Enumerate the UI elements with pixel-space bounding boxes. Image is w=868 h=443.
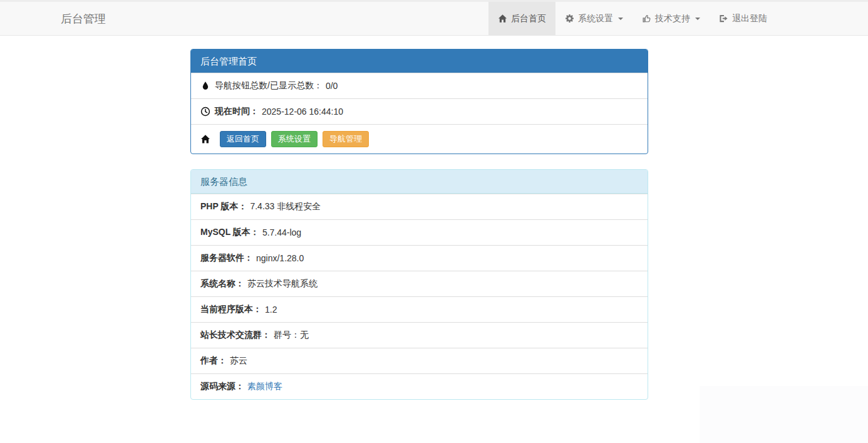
server-info-row-mysql: MySQL 版本： 5.7.44-log (191, 219, 648, 245)
current-time-row: 现在时间： 2025-12-06 16:44:10 (191, 98, 648, 124)
main-nav: 后台首页 系统设置 技术支持 退出登陆 (488, 2, 777, 35)
row-value: 5.7.44-log (262, 227, 301, 237)
row-value: 群号：无 (274, 330, 309, 341)
row-label: PHP 版本： (200, 201, 247, 212)
row-value: 苏云 (230, 355, 247, 367)
admin-home-panel: 后台管理首页 导航按钮总数/已显示总数： 0/0 现在时间： 2025-12-0… (190, 49, 648, 154)
nav-count-value: 0/0 (326, 81, 338, 91)
row-value: 苏云技术导航系统 (247, 278, 318, 289)
server-info-row-version: 当前程序版本： 1.2 (191, 296, 648, 322)
tint-icon (200, 81, 210, 91)
nav-item-label: 系统设置 (578, 13, 613, 24)
server-panel-title: 服务器信息 (191, 170, 648, 194)
row-label: 服务器软件： (200, 253, 253, 264)
row-value: nginx/1.28.0 (256, 253, 304, 263)
thumbs-up-icon (642, 14, 651, 23)
row-label: 系统名称： (200, 278, 244, 289)
server-info-row-author: 作者： 苏云 (191, 348, 648, 373)
nav-item-logout[interactable]: 退出登陆 (710, 2, 777, 35)
system-settings-button[interactable]: 系统设置 (271, 131, 318, 147)
server-info-panel: 服务器信息 PHP 版本： 7.4.33 非线程安全 MySQL 版本： 5.7… (190, 169, 648, 400)
nav-item-label: 退出登陆 (732, 13, 767, 24)
nav-item-dashboard[interactable]: 后台首页 (488, 2, 555, 35)
server-info-row-software: 服务器软件： nginx/1.28.0 (191, 245, 648, 271)
gear-icon (565, 14, 574, 23)
go-home-button[interactable]: 返回首页 (220, 131, 266, 147)
chevron-down-icon (618, 18, 623, 20)
row-label: MySQL 版本： (200, 227, 259, 238)
server-info-row-source: 源码来源： 素颜博客 (191, 373, 648, 399)
corner-artifact (700, 386, 868, 443)
chevron-down-icon (695, 18, 700, 20)
current-time-value: 2025-12-06 16:44:10 (262, 107, 343, 117)
logout-icon (719, 14, 728, 23)
nav-item-label: 后台首页 (511, 13, 546, 24)
clock-icon (200, 107, 210, 117)
nav-manage-button[interactable]: 导航管理 (323, 131, 369, 147)
brand-title[interactable]: 后台管理 (61, 2, 106, 35)
nav-item-system-settings[interactable]: 系统设置 (555, 2, 633, 35)
current-time-label: 现在时间： (215, 106, 259, 117)
nav-count-label: 导航按钮总数/已显示总数： (215, 80, 323, 91)
server-info-row-sysname: 系统名称： 苏云技术导航系统 (191, 271, 648, 296)
source-blog-link[interactable]: 素颜博客 (247, 381, 282, 392)
admin-panel-title: 后台管理首页 (191, 50, 648, 73)
row-value: 7.4.33 非线程安全 (250, 201, 321, 212)
top-navbar: 后台管理 后台首页 系统设置 技术支持 (0, 0, 868, 36)
nav-item-support[interactable]: 技术支持 (633, 2, 710, 35)
server-info-row-php: PHP 版本： 7.4.33 非线程安全 (191, 194, 648, 219)
main-content: 后台管理首页 导航按钮总数/已显示总数： 0/0 现在时间： 2025-12-0… (190, 49, 648, 400)
shortcuts-row: 返回首页 系统设置 导航管理 (191, 124, 648, 154)
server-info-row-qq-group: 站长技术交流群： 群号：无 (191, 322, 648, 348)
home-icon (498, 14, 507, 23)
row-value: 1.2 (265, 305, 277, 315)
nav-item-label: 技术支持 (655, 13, 690, 24)
row-label: 作者： (200, 355, 227, 367)
nav-count-row: 导航按钮总数/已显示总数： 0/0 (191, 73, 648, 98)
home-icon (200, 134, 210, 144)
row-label: 站长技术交流群： (200, 330, 271, 341)
row-label: 当前程序版本： (200, 304, 262, 315)
row-label: 源码来源： (200, 381, 244, 392)
navbar-inner: 后台管理 后台首页 系统设置 技术支持 (0, 2, 868, 35)
